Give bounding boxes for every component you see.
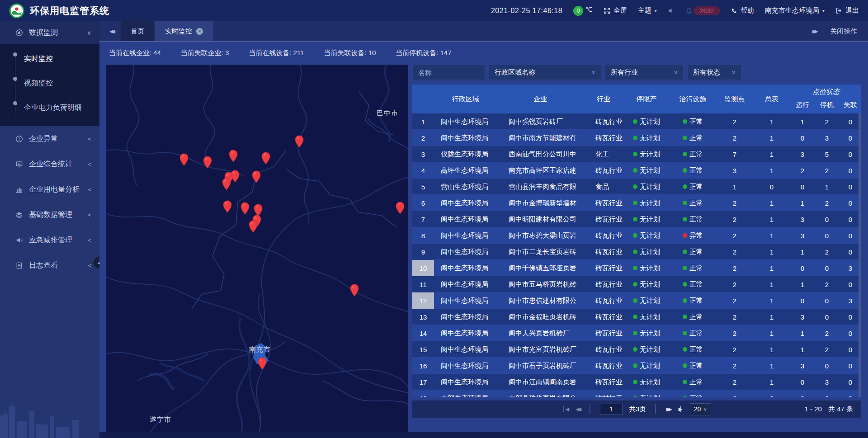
map-pin-icon[interactable] — [203, 156, 212, 169]
status-counter-label: 当前失联企业: — [181, 49, 223, 57]
logout-icon — [835, 7, 842, 14]
map-pin-icon[interactable] — [249, 220, 258, 233]
cell-index: 4 — [412, 162, 434, 179]
cell-halt: 2 — [814, 113, 840, 130]
chevron-left-icon: < — [88, 262, 91, 269]
map-pin-icon[interactable] — [179, 153, 189, 166]
city-label: 巴中市 — [377, 109, 398, 118]
sidebar-item-5[interactable]: 应急减排管理< — [0, 227, 99, 253]
last-page-icon[interactable]: ▶▏ — [678, 406, 684, 412]
board-icon — [15, 160, 23, 168]
status-select[interactable]: 所有状态 ∨ — [687, 65, 741, 80]
table-row[interactable]: 14阆中生态环境局阆中大兴页岩机砖厂砖瓦行业无计划正常21120 — [412, 325, 861, 341]
notifications-button[interactable]: 2632 — [685, 6, 720, 15]
sidebar-item-4[interactable]: 基础数据管理< — [0, 202, 99, 227]
status-dot-icon — [683, 315, 687, 319]
logout-button[interactable]: 退出 — [835, 6, 859, 15]
map-pin-icon[interactable] — [295, 135, 304, 148]
industry-select[interactable]: 所有行业 ∨ — [605, 65, 684, 80]
name-search-input[interactable] — [412, 65, 485, 80]
map-pin-icon[interactable] — [258, 357, 267, 370]
cell-run: 3 — [791, 227, 814, 244]
cell-meters: 1 — [753, 260, 791, 276]
sidebar-item-3[interactable]: 企业用电量分析< — [0, 177, 99, 202]
sidebar-subitem-1[interactable]: 视频监控 — [0, 71, 99, 95]
next-page-icon[interactable]: ▶▶ — [665, 406, 671, 412]
table-body: 1阆中生态环境局阆中强锐页岩砖厂砖瓦行业无计划正常211202阆中生态环境局阆中… — [412, 113, 861, 397]
cell-points: 3 — [717, 162, 753, 179]
sidebar-submenu: 实时监控视频监控企业电力负荷明细 — [0, 44, 99, 126]
sidebar-subitem-0[interactable]: 实时监控 — [0, 47, 99, 71]
table-row[interactable]: 1阆中生态环境局阆中强锐页岩砖厂砖瓦行业无计划正常21120 — [412, 113, 861, 130]
map-pin-icon[interactable] — [223, 200, 232, 213]
close-icon[interactable]: × — [196, 28, 203, 35]
mute-button[interactable] — [668, 7, 675, 14]
status-dot-icon — [633, 363, 637, 368]
page-size-select[interactable]: 20 ∨ — [690, 403, 711, 415]
table-row[interactable]: 9阆中生态环境局阆中市二龙长宝页岩砖砖瓦行业无计划正常21120 — [412, 244, 861, 260]
fullscreen-button[interactable]: 全屏 — [604, 6, 627, 15]
first-page-icon[interactable]: ▏◀ — [562, 406, 568, 412]
cell-points: 2 — [717, 227, 753, 244]
table-row[interactable]: 11阆中生态环境局阆中市五马桥页岩机砖砖瓦行业无计划正常21120 — [412, 276, 861, 292]
table-row[interactable]: 7阆中生态环境局阆中明阳建材有限公司砖瓦行业无计划正常21300 — [412, 211, 861, 227]
table-row[interactable]: 16阆中生态环境局阆中市石子页岩机砖厂砖瓦行业无计划正常21300 — [412, 358, 861, 374]
table-row[interactable]: 3仪陇生态环境局西南油气田分公司川中化工无计划正常71350 — [412, 146, 861, 162]
map-pin-icon[interactable] — [261, 152, 270, 165]
status-counter-1: 当前失联企业:3 — [179, 49, 229, 57]
map-pin-icon[interactable] — [241, 202, 250, 215]
bottom-strip — [99, 432, 868, 438]
table-row[interactable]: 15阆中生态环境局阆中市光富页岩机砖厂砖瓦行业无计划正常21120 — [412, 341, 861, 358]
tab-0[interactable]: 首页 — [121, 21, 154, 41]
map-pin-icon[interactable] — [350, 284, 359, 297]
status-select-value: 所有状态 — [693, 68, 720, 77]
table-row[interactable]: 17阆中生态环境局阆中市江南镇阆南页岩砖瓦行业无计划正常21030 — [412, 374, 861, 390]
cell-facility-status: 正常 — [669, 179, 717, 195]
sidebar-item-6[interactable]: 日志查看< — [0, 253, 99, 278]
status-dot-icon — [633, 266, 637, 270]
tab-1[interactable]: 实时监控× — [155, 21, 213, 41]
table-row[interactable]: 10阆中生态环境局阆中千佛镇五郎垭页岩砖瓦行业无计划正常21003 — [412, 260, 861, 276]
pagination-divider: │ — [653, 405, 658, 414]
cell-stop-status: 无计划 — [624, 292, 669, 309]
map-pin-icon[interactable] — [222, 178, 231, 190]
cell-stop-status: 无计划 — [624, 309, 669, 325]
sidebar-item-label: 企业用电量分析 — [29, 185, 80, 194]
cell-halt: 0 — [814, 358, 840, 374]
theme-menu-button[interactable]: 主题 ▾ — [638, 6, 657, 15]
table-row[interactable]: 5营山生态环境局营山县润丰肉食品有限食品无计划正常10010 — [412, 179, 861, 195]
sidebar-item-0[interactable]: 数据监测∨ — [0, 21, 99, 44]
map-pin-icon[interactable] — [396, 202, 405, 214]
prev-page-icon[interactable]: ◀◀ — [575, 406, 580, 412]
sidebar-item-2[interactable]: 企业综合统计< — [0, 151, 99, 177]
tabs-scroll-right-icon[interactable]: ▶▶ — [812, 28, 816, 34]
map-pin-icon[interactable] — [229, 150, 238, 162]
org-menu-button[interactable]: 南充市生态环境局 ▾ — [765, 6, 825, 15]
cell-facility-status: 正常 — [669, 358, 717, 374]
table-row[interactable]: 12阆中生态环境局阆中市忠信建材有限公砖瓦行业无计划正常21003 — [412, 292, 861, 309]
table-scrollbar[interactable] — [859, 113, 861, 397]
cell-facility-status: 正常 — [669, 374, 717, 390]
cell-region: 阆中生态环境局 — [434, 276, 497, 292]
map[interactable]: 巴中市南充市遂宁市 — [106, 65, 408, 432]
table-row[interactable]: 8阆中生态环境局阆中市枣碧大梁山页岩砖瓦行业无计划异常21300 — [412, 227, 861, 244]
cell-facility-status: 正常 — [669, 292, 717, 309]
page-number-input[interactable] — [600, 404, 623, 415]
tabs-scroll-left-icon[interactable]: ◀◀ — [99, 21, 121, 41]
table-row[interactable]: 6阆中生态环境局阆中市金博瑞新型墙材砖瓦行业无计划正常21120 — [412, 195, 861, 211]
help-button[interactable]: 帮助 — [731, 6, 754, 15]
table-row[interactable]: 13阆中生态环境局阆中市金福旺页岩机砖砖瓦行业无计划正常21300 — [412, 309, 861, 325]
sidebar-subitem-2[interactable]: 企业电力负荷明细 — [0, 95, 99, 120]
map-pin-icon[interactable] — [231, 170, 240, 183]
sidebar-item-1[interactable]: 企业异常< — [0, 126, 99, 151]
cell-run: 3 — [791, 309, 814, 325]
map-pin-icon[interactable] — [252, 170, 261, 183]
table-row[interactable]: 18南部生态环境局南部县瑞华页岩有限公砖材加工无计划正常60060 — [412, 390, 861, 397]
table-row[interactable]: 4高坪生态环境局南充市高坪区王家店建砖瓦行业无计划正常31220 — [412, 162, 861, 179]
close-operations-button[interactable]: 关闭操作 — [830, 27, 857, 36]
cell-stop-status: 无计划 — [624, 179, 669, 195]
region-select[interactable]: 行政区域名称 ∨ — [489, 65, 601, 80]
status-dot-icon — [683, 363, 687, 368]
status-dot-icon — [683, 298, 687, 303]
table-row[interactable]: 2阆中生态环境局阆中市南方节能建材有砖瓦行业无计划正常21030 — [412, 130, 861, 146]
